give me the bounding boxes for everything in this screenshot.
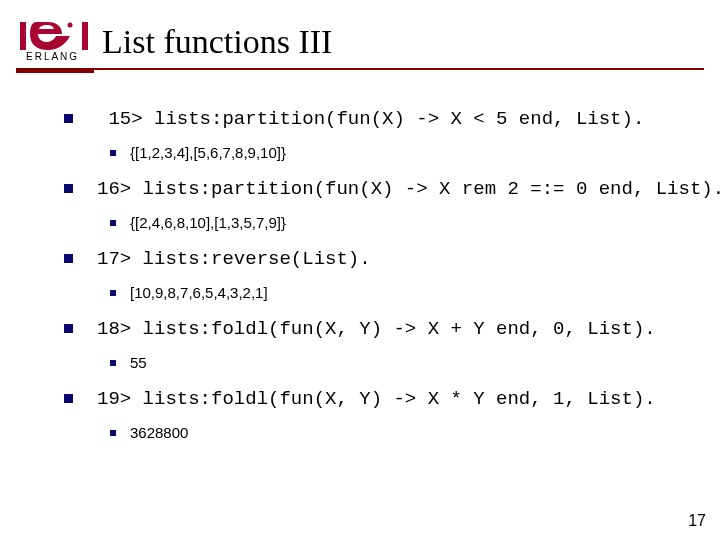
list-sub-item: 55 bbox=[110, 353, 696, 373]
bullet-icon bbox=[64, 114, 73, 123]
code-line: 18> lists:foldl(fun(X, Y) -> X + Y end, … bbox=[97, 316, 656, 343]
bullet-icon bbox=[64, 184, 73, 193]
list-item: 16> lists:partition(fun(X) -> X rem 2 =:… bbox=[64, 176, 696, 203]
bullet-icon bbox=[64, 324, 73, 333]
list-item: 18> lists:foldl(fun(X, Y) -> X + Y end, … bbox=[64, 316, 696, 343]
header: ERLANG List functions III bbox=[0, 0, 720, 62]
code-line: 15> lists:partition(fun(X) -> X < 5 end,… bbox=[97, 106, 644, 133]
svg-rect-1 bbox=[82, 22, 88, 50]
svg-text:ERLANG: ERLANG bbox=[26, 51, 79, 62]
list-item: 19> lists:foldl(fun(X, Y) -> X * Y end, … bbox=[64, 386, 696, 413]
list-sub-item: [10,9,8,7,6,5,4,3,2,1] bbox=[110, 283, 696, 303]
page-number: 17 bbox=[688, 512, 706, 530]
bullet-icon bbox=[110, 150, 116, 156]
result-text: 55 bbox=[130, 353, 147, 373]
bullet-icon bbox=[110, 220, 116, 226]
list-item: 17> lists:reverse(List). bbox=[64, 246, 696, 273]
svg-point-2 bbox=[68, 23, 73, 28]
bullet-icon bbox=[110, 290, 116, 296]
code-line: 17> lists:reverse(List). bbox=[97, 246, 371, 273]
bullet-icon bbox=[110, 360, 116, 366]
page-title: List functions III bbox=[102, 23, 332, 61]
bullet-icon bbox=[64, 394, 73, 403]
erlang-logo: ERLANG bbox=[18, 22, 90, 62]
content: 15> lists:partition(fun(X) -> X < 5 end,… bbox=[64, 104, 696, 456]
svg-rect-0 bbox=[20, 22, 26, 50]
bullet-icon bbox=[64, 254, 73, 263]
result-text: [10,9,8,7,6,5,4,3,2,1] bbox=[130, 283, 268, 303]
bullet-icon bbox=[110, 430, 116, 436]
slide: ERLANG List functions III 15> lists:part… bbox=[0, 0, 720, 540]
code-line: 19> lists:foldl(fun(X, Y) -> X * Y end, … bbox=[97, 386, 656, 413]
title-underline-accent bbox=[16, 70, 94, 73]
result-text: 3628800 bbox=[130, 423, 188, 443]
list-sub-item: 3628800 bbox=[110, 423, 696, 443]
result-text: {[2,4,6,8,10],[1,3,5,7,9]} bbox=[130, 213, 286, 233]
list-item: 15> lists:partition(fun(X) -> X < 5 end,… bbox=[64, 106, 696, 133]
list-sub-item: {[2,4,6,8,10],[1,3,5,7,9]} bbox=[110, 213, 696, 233]
title-underline bbox=[16, 68, 704, 70]
list-sub-item: {[1,2,3,4],[5,6,7,8,9,10]} bbox=[110, 143, 696, 163]
result-text: {[1,2,3,4],[5,6,7,8,9,10]} bbox=[130, 143, 286, 163]
code-line: 16> lists:partition(fun(X) -> X rem 2 =:… bbox=[97, 176, 720, 203]
